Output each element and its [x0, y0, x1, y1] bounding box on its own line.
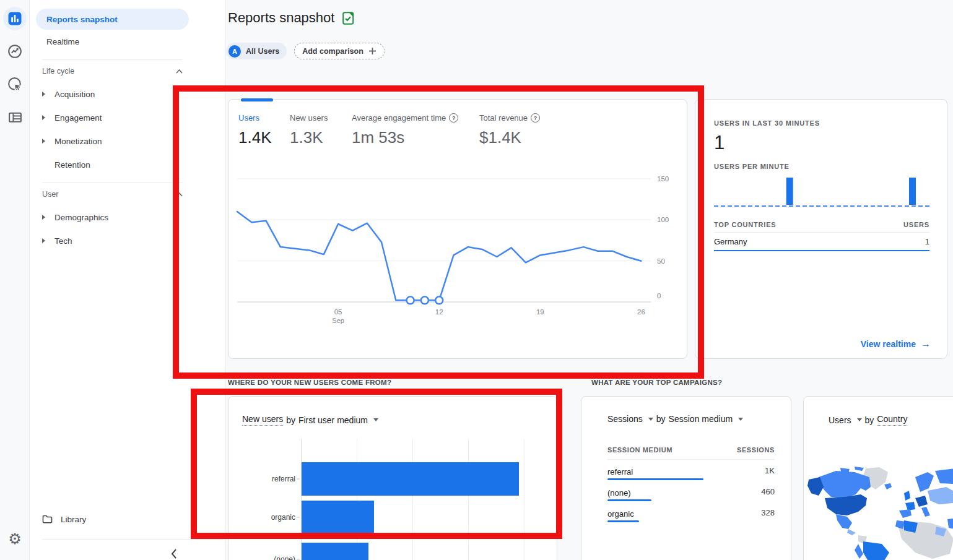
- explore-nav-button[interactable]: [2, 39, 27, 64]
- users-overview-card: Users1.4KNew users1.3KAverage engagement…: [228, 99, 687, 359]
- chevron-right-icon[interactable]: [42, 139, 45, 144]
- svg-text:organic: organic: [271, 513, 295, 522]
- sidebar-item-realtime[interactable]: Realtime: [30, 30, 225, 53]
- all-users-chip[interactable]: A All Users: [226, 43, 287, 59]
- advertising-nav-button[interactable]: [2, 72, 27, 97]
- svg-text:150: 150: [657, 175, 669, 183]
- metric-selector[interactable]: Sessions: [607, 414, 643, 424]
- sidebar-item-engagement[interactable]: Engagement: [30, 106, 225, 129]
- sessions-value: 1K: [765, 466, 775, 475]
- session-medium-row-organic[interactable]: organic328: [607, 508, 775, 527]
- section-label: Life cycle: [42, 67, 74, 75]
- svg-text:100: 100: [657, 216, 669, 223]
- svg-text:referral: referral: [272, 475, 295, 483]
- chevron-right-icon[interactable]: [42, 115, 45, 120]
- table-header-divider: [714, 232, 929, 233]
- value-bar: [607, 499, 651, 501]
- sessions-value: 328: [761, 508, 775, 517]
- sidebar-item-monetization[interactable]: Monetization: [30, 129, 225, 153]
- campaigns-section-heading: WHAT ARE YOUR TOP CAMPAIGNS?: [591, 379, 722, 386]
- advertising-icon: [7, 76, 24, 93]
- top-countries-label: TOP COUNTRIES: [714, 221, 776, 228]
- joiner-text: by: [865, 415, 874, 425]
- section-label: User: [42, 190, 58, 199]
- chevron-down-icon[interactable]: [648, 418, 653, 421]
- view-realtime-label: View realtime: [861, 339, 916, 349]
- dimension-selector[interactable]: First user medium: [298, 415, 368, 425]
- sessions-value: 460: [761, 487, 775, 496]
- session-medium-row-none[interactable]: (none)460: [607, 487, 775, 506]
- admin-nav-button[interactable]: [2, 105, 27, 129]
- medium-label: organic: [607, 509, 634, 519]
- sessions-by-medium-card: Sessions by Session medium SESSION MEDIU…: [581, 396, 791, 560]
- reports-bar-chart-icon: [7, 11, 22, 26]
- sessions-column-label: SESSIONS: [737, 446, 775, 454]
- svg-text:12: 12: [435, 308, 443, 316]
- sidebar-item-label: Demographics: [54, 213, 108, 222]
- settings-button[interactable]: ⚙: [2, 527, 27, 551]
- world-choropleth-map: [806, 466, 953, 560]
- sidebar-item-label: Engagement: [54, 113, 102, 123]
- view-realtime-link[interactable]: View realtime →: [861, 338, 931, 350]
- sidebar-section-life-cycle[interactable]: Life cycle: [30, 60, 189, 82]
- dimension-selector[interactable]: Country: [877, 414, 907, 426]
- sidebar-item-acquisition[interactable]: Acquisition: [30, 82, 225, 106]
- new-users-bar-chart: referralorganic(none): [228, 434, 558, 560]
- svg-text:0: 0: [657, 292, 661, 299]
- country-row-germany[interactable]: Germany1: [714, 237, 929, 248]
- joiner-text: by: [286, 415, 295, 425]
- report-doc-check-icon[interactable]: [342, 12, 354, 25]
- users-per-minute-chart: [714, 178, 931, 207]
- sidebar-item-reports-snapshot[interactable]: Reports snapshot: [36, 9, 189, 30]
- folder-icon: [42, 515, 53, 523]
- chevron-down-icon[interactable]: [373, 418, 378, 421]
- comparison-chips-row: A All Users Add comparison: [226, 43, 385, 59]
- country-row-underline: [714, 250, 929, 251]
- users-last-30min-value: 1: [714, 132, 725, 154]
- chevron-down-icon[interactable]: [857, 418, 862, 421]
- sidebar-item-label: Tech: [54, 236, 72, 246]
- chevron-down-icon[interactable]: [738, 418, 743, 421]
- selected-halo: [3, 7, 27, 30]
- sidebar-item-retention[interactable]: Retention: [30, 153, 225, 176]
- sidebar-item-label: Acquisition: [54, 90, 95, 99]
- chevron-left-icon: [171, 548, 177, 559]
- arrow-right-icon: →: [921, 338, 931, 350]
- metric-selector[interactable]: Users: [829, 415, 851, 425]
- users-over-time-line-chart: 05010015005Sep121926: [228, 100, 688, 360]
- users-by-country-card: Users by Country: [803, 396, 953, 560]
- session-medium-column-label: SESSION MEDIUM: [607, 446, 672, 454]
- sessions-table-header: SESSION MEDIUM SESSIONS: [607, 446, 775, 454]
- sidebar-item-library[interactable]: Library: [42, 509, 86, 530]
- sidebar-section-user[interactable]: User: [30, 183, 189, 205]
- users-per-minute-label: USERS PER MINUTE: [714, 163, 790, 170]
- reports-nav-button[interactable]: [2, 6, 27, 31]
- metric-selector[interactable]: New users: [242, 414, 283, 426]
- comparison-avatar: A: [228, 45, 241, 58]
- dimension-selector[interactable]: Session medium: [669, 414, 733, 424]
- svg-text:19: 19: [536, 308, 544, 316]
- country-users-value: 1: [925, 237, 929, 246]
- sidebar-divider: [42, 539, 223, 540]
- chevron-right-icon[interactable]: [42, 238, 45, 243]
- reports-sidebar: Reports snapshotRealtimeLife cycleAcquis…: [30, 0, 225, 560]
- all-users-chip-label: All Users: [246, 47, 279, 56]
- svg-text:(none): (none): [274, 555, 295, 560]
- settings-gear-icon: ⚙: [8, 532, 22, 546]
- sidebar-nav-list: Reports snapshotRealtimeLife cycleAcquis…: [30, 0, 225, 252]
- svg-text:05: 05: [334, 308, 342, 316]
- plus-icon: [368, 47, 376, 55]
- realtime-card: USERS IN LAST 30 MINUTES 1 USERS PER MIN…: [695, 99, 947, 359]
- chevron-right-icon[interactable]: [42, 215, 45, 220]
- add-comparison-label: Add comparison: [302, 47, 363, 56]
- value-bar: [607, 520, 639, 522]
- new-users-by-medium-card: New users by First user medium referralo…: [228, 396, 557, 560]
- chevron-right-icon[interactable]: [42, 92, 45, 97]
- sidebar-item-tech[interactable]: Tech: [30, 229, 225, 252]
- collapse-sidebar-button[interactable]: [171, 548, 177, 559]
- add-comparison-chip[interactable]: Add comparison: [294, 43, 385, 59]
- session-medium-row-referral[interactable]: referral1K: [607, 466, 775, 485]
- svg-text:26: 26: [637, 308, 645, 316]
- sidebar-item-demographics[interactable]: Demographics: [30, 205, 225, 229]
- medium-label: referral: [607, 467, 633, 476]
